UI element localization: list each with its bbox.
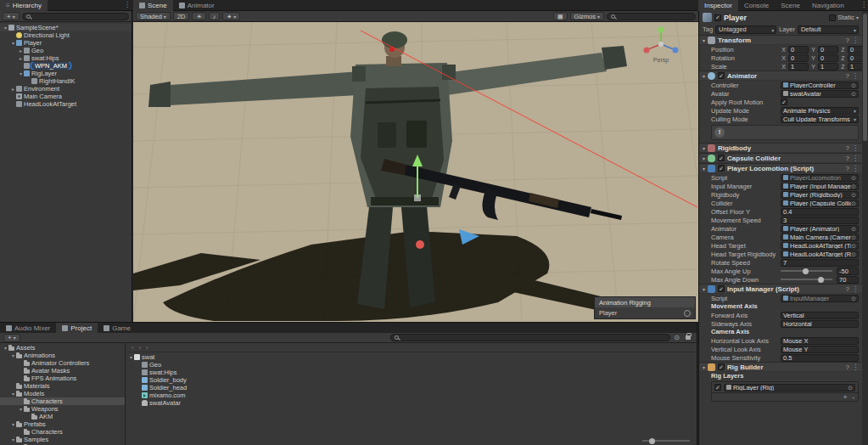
project-search-input[interactable]: [390, 334, 670, 341]
expand-arrow-icon[interactable]: ▾: [10, 352, 16, 358]
max-angle-down-slider[interactable]: [781, 279, 832, 280]
expand-arrow-icon[interactable]: ▾: [18, 406, 24, 412]
hierarchy-item[interactable]: HeadLookAtTarget: [0, 100, 132, 108]
tag-dropdown[interactable]: Untagged: [715, 25, 776, 34]
tab-inspector[interactable]: Inspector: [698, 0, 738, 11]
max-angle-down-field[interactable]: 70: [837, 276, 859, 284]
object-picker-icon[interactable]: [851, 82, 856, 88]
object-picker-icon[interactable]: [851, 183, 856, 189]
kebab-menu-icon[interactable]: [852, 165, 859, 172]
perspective-label[interactable]: Persp: [641, 57, 681, 63]
help-icon[interactable]: [846, 144, 849, 152]
help-icon[interactable]: [846, 285, 849, 293]
rig-layer-row[interactable]: RigLayer (Rig): [712, 382, 858, 392]
kebab-menu-icon[interactable]: [852, 37, 859, 44]
capsule-collider-header[interactable]: Capsule Collider: [699, 153, 862, 163]
hierarchy-search-input[interactable]: [22, 13, 129, 20]
component-enabled-checkbox[interactable]: [718, 285, 725, 292]
breadcrumb-item[interactable]: [137, 344, 144, 352]
hierarchy-item[interactable]: ▾ Player: [0, 39, 132, 47]
object-field[interactable]: HeadLookAtTarget (Transform): [781, 242, 859, 250]
rigidbody-header[interactable]: Rigidbody: [699, 143, 862, 153]
max-angle-up-slider[interactable]: [781, 270, 832, 272]
position-y-field[interactable]: 0: [818, 46, 838, 54]
avatar-object-field[interactable]: swatAvatar: [781, 90, 859, 98]
breadcrumb-item[interactable]: [143, 344, 151, 352]
kebab-menu-icon[interactable]: [852, 285, 859, 293]
tab-navigation[interactable]: Navigation: [806, 0, 850, 11]
kebab-menu-icon[interactable]: [852, 155, 859, 162]
expand-arrow-icon[interactable]: ▸: [10, 86, 16, 92]
rig-builder-header[interactable]: Rig Builder: [699, 362, 862, 372]
scene-search-input[interactable]: [607, 13, 696, 20]
expand-arrow-icon[interactable]: ▸: [18, 48, 24, 54]
create-object-button[interactable]: +: [3, 12, 20, 20]
expand-arrow-icon[interactable]: ▾: [128, 354, 134, 360]
help-icon[interactable]: [846, 37, 849, 44]
grid-visibility-button[interactable]: [553, 12, 568, 20]
object-picker-icon[interactable]: [848, 385, 853, 391]
component-enabled-checkbox[interactable]: [718, 72, 725, 79]
expand-arrow-icon[interactable]: ▾: [10, 40, 16, 46]
remove-rig-layer-button[interactable]: -: [852, 393, 854, 401]
asset-list-item[interactable]: Soldier_head: [126, 384, 697, 391]
movement-speed-field[interactable]: 3: [781, 217, 859, 224]
foldout-arrow-icon[interactable]: [703, 72, 705, 80]
position-x-field[interactable]: 0: [788, 46, 809, 54]
script-object-field[interactable]: InputManager: [781, 295, 859, 302]
inspector-kebab-icon[interactable]: [860, 1, 867, 8]
offset-floor-field[interactable]: 0.4: [781, 208, 859, 216]
folder-tree-item[interactable]: ▾ Models: [0, 390, 125, 397]
rig-overlay-row[interactable]: Player: [595, 307, 695, 318]
folder-tree-item[interactable]: ▾ Samples: [0, 436, 125, 443]
asset-zoom-slider[interactable]: [642, 440, 690, 442]
asset-list-item[interactable]: swatAvatar: [126, 399, 697, 407]
tab-scene-right[interactable]: Scene: [775, 0, 806, 11]
asset-list-item[interactable]: Soldier_body: [126, 376, 697, 384]
tab-scene[interactable]: Scene: [133, 0, 173, 11]
slider-knob[interactable]: [649, 438, 655, 444]
rotation-y-field[interactable]: 0: [818, 54, 838, 62]
apply-root-motion-checkbox[interactable]: [781, 99, 787, 105]
horizontal-look-field[interactable]: Mouse X: [781, 337, 859, 345]
hierarchy-item[interactable]: Directional Light: [0, 31, 132, 39]
scale-x-field[interactable]: 1: [788, 63, 809, 70]
hierarchy-item[interactable]: RightHandIK: [0, 77, 132, 85]
asset-list-item[interactable]: swat:Hips: [126, 369, 697, 376]
expand-arrow-icon[interactable]: ▸: [18, 55, 24, 61]
animator-header[interactable]: Animator: [699, 70, 862, 81]
help-icon[interactable]: [846, 363, 849, 371]
expand-arrow-icon[interactable]: ▾: [3, 345, 8, 351]
slider-knob[interactable]: [803, 268, 809, 274]
scene-viewport[interactable]: Persp Animation Rigging Player: [133, 22, 698, 322]
component-enabled-checkbox[interactable]: [718, 165, 725, 172]
controller-object-field[interactable]: PlayerController: [781, 82, 859, 89]
foldout-arrow-icon[interactable]: [703, 144, 705, 152]
inspector-scrollbar[interactable]: [862, 11, 868, 445]
help-icon[interactable]: [846, 155, 849, 162]
folder-tree-item[interactable]: AKM: [0, 413, 125, 420]
hierarchy-kebab-icon[interactable]: [124, 1, 131, 8]
update-mode-dropdown[interactable]: Animate Physics: [781, 107, 859, 115]
foldout-arrow-icon[interactable]: [703, 155, 705, 162]
lock-icon[interactable]: [686, 335, 691, 340]
foldout-arrow-icon[interactable]: [703, 363, 705, 371]
project-panel-tab[interactable]: Game: [98, 323, 137, 333]
expand-arrow-icon[interactable]: ▾: [18, 70, 24, 76]
transform-header[interactable]: Transform: [699, 35, 862, 45]
component-enabled-checkbox[interactable]: [718, 363, 725, 370]
asset-list-item[interactable]: ▾ swat: [126, 353, 697, 361]
layer-dropdown[interactable]: Default: [798, 25, 859, 34]
component-enabled-checkbox[interactable]: [718, 155, 725, 161]
kebab-menu-icon[interactable]: [852, 363, 859, 371]
forward-axis-field[interactable]: Vertical: [781, 312, 859, 319]
hierarchy-item[interactable]: Main Camera: [0, 93, 132, 100]
breadcrumb-item[interactable]: [129, 344, 137, 352]
effects-dropdown-button[interactable]: [222, 12, 240, 20]
object-picker-icon[interactable]: [851, 226, 856, 232]
folder-tree-item[interactable]: Materials: [0, 382, 125, 390]
kebab-menu-icon[interactable]: [852, 72, 859, 80]
hierarchy-item[interactable]: ▾ SampleScene*: [0, 24, 132, 31]
active-checkbox[interactable]: [714, 14, 721, 21]
object-picker-icon[interactable]: [851, 243, 856, 249]
